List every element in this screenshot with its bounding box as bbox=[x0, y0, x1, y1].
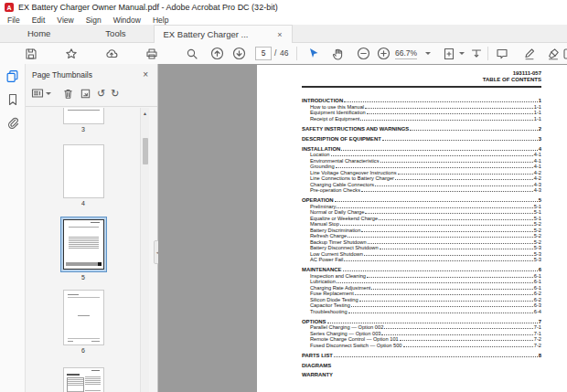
toc-entry: Troubleshooting6-4 bbox=[302, 309, 541, 315]
toc-entry: PARTS LIST8 bbox=[302, 353, 541, 359]
share-cloud-icon[interactable] bbox=[104, 47, 118, 60]
save-icon[interactable] bbox=[24, 47, 37, 60]
bookmarks-icon[interactable] bbox=[0, 88, 25, 111]
panel-separator bbox=[26, 106, 157, 107]
page-thumbnails-panel: Page Thumbnails × ↺ ↻ 34567 ▲ bbox=[26, 64, 157, 392]
title-bar: A EX Battery Charger Owner Manual.pdf - … bbox=[0, 0, 567, 15]
scroll-up-arrow-icon[interactable]: ▲ bbox=[142, 111, 148, 116]
hand-tool-icon[interactable] bbox=[331, 47, 345, 60]
previous-page-icon[interactable] bbox=[210, 47, 224, 60]
acrobat-app-icon: A bbox=[5, 3, 14, 12]
fit-page-icon[interactable] bbox=[442, 47, 455, 60]
rotate-cw-icon[interactable]: ↻ bbox=[111, 89, 119, 98]
menu-edit[interactable]: Edit bbox=[32, 16, 46, 25]
doc-number: 193111-057 bbox=[302, 70, 541, 77]
comment-icon[interactable] bbox=[495, 47, 508, 60]
print-icon[interactable] bbox=[144, 47, 158, 60]
thumbnail-page-5[interactable]: 5 bbox=[26, 217, 141, 281]
toc-entry: WARRANTY bbox=[302, 372, 541, 377]
select-tool-icon[interactable] bbox=[305, 47, 319, 60]
toc-entry: AC Power Fail5-3 bbox=[302, 257, 541, 263]
search-icon[interactable] bbox=[185, 47, 198, 60]
window-title: EX Battery Charger Owner Manual.pdf - Ad… bbox=[18, 3, 278, 12]
zoom-caret-icon[interactable] bbox=[425, 52, 431, 55]
thumbnail-list: 34567 bbox=[26, 108, 141, 392]
clipped-tool-icon[interactable] bbox=[562, 47, 567, 60]
toc-entry: Pre-operation Checks4-3 bbox=[302, 187, 541, 194]
tab-home[interactable]: Home bbox=[0, 25, 78, 42]
panel-title: Page Thumbnails bbox=[32, 70, 92, 79]
toc-entry: DIAGRAMS bbox=[302, 363, 541, 368]
menu-file[interactable]: File bbox=[7, 16, 20, 25]
tab-tools[interactable]: Tools bbox=[78, 25, 153, 42]
thumbnail-page-6[interactable]: 6 bbox=[26, 290, 141, 354]
tab-bar: Home Tools EX Battery Charger ... × bbox=[0, 25, 567, 43]
toolbar-divider bbox=[296, 47, 297, 60]
toolbar-divider bbox=[487, 47, 488, 60]
thumbnail-options-icon[interactable] bbox=[31, 87, 51, 100]
navigation-pane-strip bbox=[0, 64, 26, 392]
tab-close-icon[interactable]: × bbox=[277, 30, 282, 39]
menu-sign[interactable]: Sign bbox=[86, 16, 102, 25]
zoom-out-icon[interactable] bbox=[357, 47, 370, 60]
page-total-label: 46 bbox=[280, 48, 288, 58]
rotate-ccw-icon[interactable]: ↺ bbox=[97, 89, 105, 98]
main-area: Page Thumbnails × ↺ ↻ 34567 ▲ ◂ 1 bbox=[0, 64, 567, 392]
panel-toolbar: ↺ ↻ bbox=[26, 79, 157, 101]
next-page-icon[interactable] bbox=[232, 47, 246, 60]
menu-help[interactable]: Help bbox=[153, 16, 168, 25]
toc-entry: SAFETY INSTRUCTIONS AND WARNINGS2 bbox=[302, 126, 541, 132]
signature-pen-icon[interactable] bbox=[546, 47, 560, 60]
page-title: TABLE OF CONTENTS bbox=[302, 77, 541, 83]
zoom-level-value[interactable]: 66.7% bbox=[395, 48, 417, 59]
toc-entry: Fused Disconnect Switch — Option 5007-2 bbox=[302, 343, 541, 349]
document-view: 193111-057 TABLE OF CONTENTS INTRODUCTIO… bbox=[158, 64, 567, 392]
scrollbar-thumb[interactable] bbox=[143, 138, 148, 164]
menu-window[interactable]: Window bbox=[113, 16, 141, 25]
toc: INTRODUCTION1How to use this Manual1-1Eq… bbox=[302, 98, 541, 378]
scroll-mode-icon[interactable] bbox=[469, 47, 483, 60]
menu-bar: File Edit View Sign Window Help bbox=[0, 15, 567, 25]
star-favorites-icon[interactable] bbox=[64, 47, 78, 60]
attachments-icon[interactable] bbox=[0, 111, 25, 135]
toc-entry: Receipt of Equipment1-1 bbox=[302, 116, 541, 122]
fill-sign-pencil-icon[interactable] bbox=[522, 47, 536, 60]
page-thumbnails-icon[interactable] bbox=[0, 64, 25, 88]
thumbnail-page-7[interactable]: 7 bbox=[26, 367, 141, 392]
thumbnail-label: 5 bbox=[81, 274, 85, 281]
thumbnail-page-4[interactable]: 4 bbox=[26, 144, 141, 207]
page-divider-label: / bbox=[274, 48, 276, 58]
delete-pages-icon[interactable] bbox=[62, 88, 74, 100]
menu-view[interactable]: View bbox=[57, 16, 73, 25]
thumbnail-label: 3 bbox=[81, 126, 85, 132]
tab-document[interactable]: EX Battery Charger ... × bbox=[154, 25, 293, 43]
document-page: 193111-057 TABLE OF CONTENTS INTRODUCTIO… bbox=[257, 65, 567, 392]
selected-thumbnail-highlight bbox=[60, 217, 107, 272]
header-rule bbox=[302, 86, 541, 88]
thumbnail-scrollbar[interactable]: ▲ bbox=[140, 108, 149, 392]
main-toolbar: 5 / 46 66.7% bbox=[0, 43, 567, 65]
thumbnail-label: 4 bbox=[81, 200, 85, 207]
page-number-input[interactable]: 5 bbox=[255, 47, 272, 60]
thumbnail-label: 6 bbox=[81, 347, 85, 354]
zoom-in-icon[interactable] bbox=[377, 47, 390, 60]
tab-document-label: EX Battery Charger ... bbox=[164, 29, 249, 39]
toc-entry: DESCRIPTION OF EQUIPMENT3 bbox=[302, 136, 541, 143]
extract-page-icon[interactable] bbox=[80, 88, 91, 100]
fit-page-caret-icon[interactable] bbox=[459, 52, 465, 55]
panel-close-icon[interactable]: × bbox=[143, 69, 148, 79]
thumbnail-page-3[interactable]: 3 bbox=[26, 108, 141, 132]
